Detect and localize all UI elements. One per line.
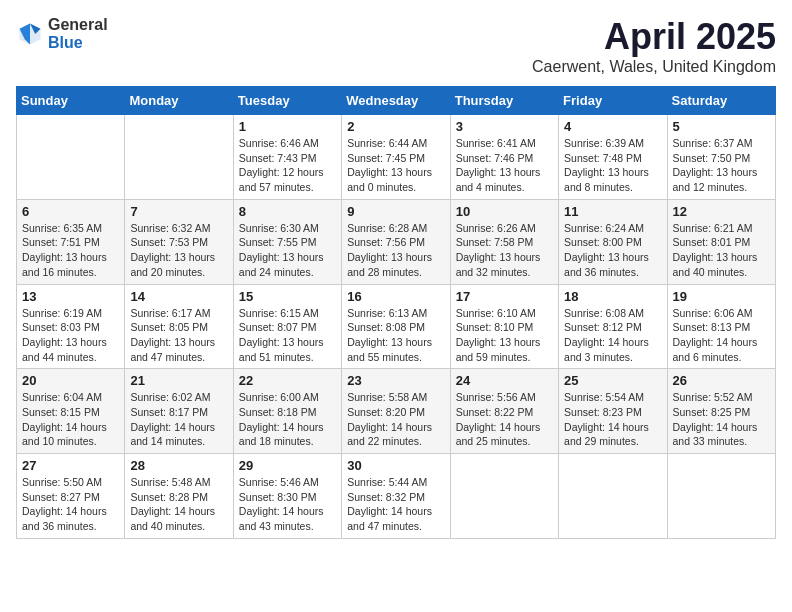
day-number: 21 (130, 373, 227, 388)
calendar-cell: 26Sunrise: 5:52 AMSunset: 8:25 PMDayligh… (667, 369, 775, 454)
day-info: Sunrise: 6:02 AMSunset: 8:17 PMDaylight:… (130, 390, 227, 449)
calendar-cell: 11Sunrise: 6:24 AMSunset: 8:00 PMDayligh… (559, 199, 667, 284)
day-number: 9 (347, 204, 444, 219)
weekday-header: Monday (125, 87, 233, 115)
calendar-cell (559, 454, 667, 539)
day-number: 18 (564, 289, 661, 304)
day-number: 24 (456, 373, 553, 388)
weekday-header: Wednesday (342, 87, 450, 115)
calendar-cell: 16Sunrise: 6:13 AMSunset: 8:08 PMDayligh… (342, 284, 450, 369)
day-number: 17 (456, 289, 553, 304)
calendar-cell: 13Sunrise: 6:19 AMSunset: 8:03 PMDayligh… (17, 284, 125, 369)
day-number: 2 (347, 119, 444, 134)
calendar-cell: 30Sunrise: 5:44 AMSunset: 8:32 PMDayligh… (342, 454, 450, 539)
day-info: Sunrise: 6:24 AMSunset: 8:00 PMDaylight:… (564, 221, 661, 280)
day-info: Sunrise: 6:28 AMSunset: 7:56 PMDaylight:… (347, 221, 444, 280)
calendar-table: SundayMondayTuesdayWednesdayThursdayFrid… (16, 86, 776, 539)
calendar-cell: 28Sunrise: 5:48 AMSunset: 8:28 PMDayligh… (125, 454, 233, 539)
day-number: 22 (239, 373, 336, 388)
day-info: Sunrise: 5:48 AMSunset: 8:28 PMDaylight:… (130, 475, 227, 534)
calendar-cell: 7Sunrise: 6:32 AMSunset: 7:53 PMDaylight… (125, 199, 233, 284)
day-info: Sunrise: 5:44 AMSunset: 8:32 PMDaylight:… (347, 475, 444, 534)
calendar-cell: 10Sunrise: 6:26 AMSunset: 7:58 PMDayligh… (450, 199, 558, 284)
day-number: 25 (564, 373, 661, 388)
day-number: 30 (347, 458, 444, 473)
day-number: 12 (673, 204, 770, 219)
day-info: Sunrise: 5:50 AMSunset: 8:27 PMDaylight:… (22, 475, 119, 534)
day-number: 11 (564, 204, 661, 219)
calendar-cell (667, 454, 775, 539)
day-info: Sunrise: 6:13 AMSunset: 8:08 PMDaylight:… (347, 306, 444, 365)
day-info: Sunrise: 5:46 AMSunset: 8:30 PMDaylight:… (239, 475, 336, 534)
day-number: 6 (22, 204, 119, 219)
calendar-cell (17, 115, 125, 200)
day-info: Sunrise: 6:35 AMSunset: 7:51 PMDaylight:… (22, 221, 119, 280)
day-info: Sunrise: 6:15 AMSunset: 8:07 PMDaylight:… (239, 306, 336, 365)
day-number: 23 (347, 373, 444, 388)
day-number: 1 (239, 119, 336, 134)
calendar-cell: 1Sunrise: 6:46 AMSunset: 7:43 PMDaylight… (233, 115, 341, 200)
day-info: Sunrise: 6:00 AMSunset: 8:18 PMDaylight:… (239, 390, 336, 449)
logo-blue: Blue (48, 34, 108, 52)
day-number: 28 (130, 458, 227, 473)
calendar-cell: 25Sunrise: 5:54 AMSunset: 8:23 PMDayligh… (559, 369, 667, 454)
day-info: Sunrise: 6:19 AMSunset: 8:03 PMDaylight:… (22, 306, 119, 365)
day-info: Sunrise: 6:08 AMSunset: 8:12 PMDaylight:… (564, 306, 661, 365)
day-info: Sunrise: 5:52 AMSunset: 8:25 PMDaylight:… (673, 390, 770, 449)
weekday-header: Saturday (667, 87, 775, 115)
month-title: April 2025 (532, 16, 776, 58)
day-number: 29 (239, 458, 336, 473)
day-number: 20 (22, 373, 119, 388)
day-number: 27 (22, 458, 119, 473)
calendar-cell: 5Sunrise: 6:37 AMSunset: 7:50 PMDaylight… (667, 115, 775, 200)
logo: General Blue (16, 16, 108, 51)
logo-text: General Blue (48, 16, 108, 51)
day-info: Sunrise: 6:44 AMSunset: 7:45 PMDaylight:… (347, 136, 444, 195)
calendar-cell: 9Sunrise: 6:28 AMSunset: 7:56 PMDaylight… (342, 199, 450, 284)
day-info: Sunrise: 6:26 AMSunset: 7:58 PMDaylight:… (456, 221, 553, 280)
calendar-cell: 17Sunrise: 6:10 AMSunset: 8:10 PMDayligh… (450, 284, 558, 369)
calendar-cell: 20Sunrise: 6:04 AMSunset: 8:15 PMDayligh… (17, 369, 125, 454)
day-number: 19 (673, 289, 770, 304)
calendar-cell: 23Sunrise: 5:58 AMSunset: 8:20 PMDayligh… (342, 369, 450, 454)
day-info: Sunrise: 6:32 AMSunset: 7:53 PMDaylight:… (130, 221, 227, 280)
day-number: 7 (130, 204, 227, 219)
calendar-cell: 15Sunrise: 6:15 AMSunset: 8:07 PMDayligh… (233, 284, 341, 369)
day-number: 5 (673, 119, 770, 134)
day-number: 16 (347, 289, 444, 304)
day-info: Sunrise: 5:58 AMSunset: 8:20 PMDaylight:… (347, 390, 444, 449)
day-number: 10 (456, 204, 553, 219)
calendar-week-row: 6Sunrise: 6:35 AMSunset: 7:51 PMDaylight… (17, 199, 776, 284)
calendar-cell: 24Sunrise: 5:56 AMSunset: 8:22 PMDayligh… (450, 369, 558, 454)
day-number: 26 (673, 373, 770, 388)
day-info: Sunrise: 6:17 AMSunset: 8:05 PMDaylight:… (130, 306, 227, 365)
logo-general: General (48, 16, 108, 34)
calendar-cell: 4Sunrise: 6:39 AMSunset: 7:48 PMDaylight… (559, 115, 667, 200)
day-number: 4 (564, 119, 661, 134)
day-number: 13 (22, 289, 119, 304)
calendar-cell: 21Sunrise: 6:02 AMSunset: 8:17 PMDayligh… (125, 369, 233, 454)
calendar-week-row: 13Sunrise: 6:19 AMSunset: 8:03 PMDayligh… (17, 284, 776, 369)
weekday-header: Tuesday (233, 87, 341, 115)
calendar-cell: 22Sunrise: 6:00 AMSunset: 8:18 PMDayligh… (233, 369, 341, 454)
location-title: Caerwent, Wales, United Kingdom (532, 58, 776, 76)
calendar-cell: 3Sunrise: 6:41 AMSunset: 7:46 PMDaylight… (450, 115, 558, 200)
calendar-cell: 27Sunrise: 5:50 AMSunset: 8:27 PMDayligh… (17, 454, 125, 539)
day-info: Sunrise: 5:54 AMSunset: 8:23 PMDaylight:… (564, 390, 661, 449)
day-info: Sunrise: 6:21 AMSunset: 8:01 PMDaylight:… (673, 221, 770, 280)
day-info: Sunrise: 6:37 AMSunset: 7:50 PMDaylight:… (673, 136, 770, 195)
calendar-cell: 8Sunrise: 6:30 AMSunset: 7:55 PMDaylight… (233, 199, 341, 284)
day-info: Sunrise: 6:46 AMSunset: 7:43 PMDaylight:… (239, 136, 336, 195)
calendar-cell: 12Sunrise: 6:21 AMSunset: 8:01 PMDayligh… (667, 199, 775, 284)
calendar-week-row: 20Sunrise: 6:04 AMSunset: 8:15 PMDayligh… (17, 369, 776, 454)
calendar-cell (125, 115, 233, 200)
day-info: Sunrise: 6:39 AMSunset: 7:48 PMDaylight:… (564, 136, 661, 195)
calendar-cell (450, 454, 558, 539)
day-number: 15 (239, 289, 336, 304)
day-number: 3 (456, 119, 553, 134)
calendar-cell: 18Sunrise: 6:08 AMSunset: 8:12 PMDayligh… (559, 284, 667, 369)
weekday-header-row: SundayMondayTuesdayWednesdayThursdayFrid… (17, 87, 776, 115)
day-info: Sunrise: 6:41 AMSunset: 7:46 PMDaylight:… (456, 136, 553, 195)
day-info: Sunrise: 6:06 AMSunset: 8:13 PMDaylight:… (673, 306, 770, 365)
weekday-header: Sunday (17, 87, 125, 115)
